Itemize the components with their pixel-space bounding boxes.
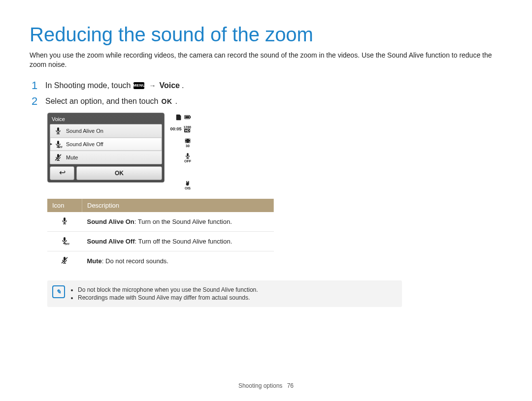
step-number: 1	[32, 80, 42, 91]
option-sound-alive-on[interactable]: Sound Alive On	[50, 124, 162, 138]
row-label: Sound Alive On	[87, 218, 134, 225]
row-desc: : Turn on the Sound Alive function.	[134, 218, 232, 225]
mic-on-icon	[54, 127, 62, 135]
camera-screenshot: Voice Sound Alive On OFF Sound Alive Off…	[47, 113, 502, 190]
rec-time: 00:05	[170, 126, 181, 131]
col-desc-header: Description	[82, 199, 274, 212]
step-1-period: .	[182, 81, 184, 90]
off-sub: OFF	[58, 146, 63, 149]
footer-page-number: 76	[287, 382, 294, 389]
table-row: Mute: Do not record sounds.	[47, 251, 274, 271]
mic-mute-icon	[61, 256, 68, 264]
col-icon-header: Icon	[47, 199, 82, 212]
option-label: Mute	[66, 154, 78, 160]
step-2-text-a: Select an option, and then touch	[45, 97, 159, 106]
off-sub: OFF	[65, 243, 69, 246]
ok-button[interactable]: OK	[76, 166, 162, 180]
table-row: Sound Alive On: Turn on the Sound Alive …	[47, 212, 274, 232]
page-title: Reducing the sound of the zoom	[30, 24, 502, 46]
mic-status-icon	[184, 153, 191, 159]
mic-status-off: OFF	[184, 159, 191, 163]
battery-icon	[184, 114, 191, 121]
step-2: 2 Select an option, and then touch OK.	[32, 96, 502, 107]
note-icon: ✎	[52, 285, 65, 298]
note-bullet: Recordings made with Sound Alive may dif…	[78, 294, 395, 301]
table-row: OFF Sound Alive Off: Turn off the Sound …	[47, 231, 274, 251]
film-icon	[184, 137, 191, 144]
card-icon	[175, 114, 182, 121]
step-2-period: .	[175, 97, 177, 106]
ok-icon: OK	[162, 97, 172, 105]
row-label: Mute	[87, 257, 102, 265]
screen-title: Voice	[50, 115, 162, 124]
icon-description-table: Icon Description Sound Alive On: Turn on…	[47, 199, 274, 271]
fps-label: 30	[186, 144, 190, 148]
step-1: 1 In Shooting mode, touch MENU → Voice.	[32, 80, 502, 91]
step-number: 2	[32, 96, 42, 107]
mic-mute-icon	[54, 154, 62, 161]
back-button[interactable]: ↩	[50, 166, 74, 180]
voice-option-list: Sound Alive On OFF Sound Alive Off Mute	[50, 124, 162, 164]
row-desc: : Do not record sounds.	[102, 257, 168, 265]
menu-icon: MENU	[133, 82, 144, 89]
camera-screen: Voice Sound Alive On OFF Sound Alive Off…	[47, 113, 165, 183]
step-1-text-a: In Shooting mode, touch	[45, 81, 131, 90]
note-bullet: Do not block the microphone when you use…	[78, 286, 395, 293]
status-icon-column: 00:05 1280 HD 30 OFF	[168, 113, 191, 190]
res-bottom: HD	[184, 129, 190, 132]
ois-label: OIS	[185, 186, 191, 190]
arrow-icon: →	[149, 82, 156, 90]
res-top: 1280	[183, 125, 191, 129]
mic-on-icon	[61, 217, 68, 225]
footer-section: Shooting options	[238, 382, 282, 389]
option-mute[interactable]: Mute	[50, 151, 162, 164]
row-label: Sound Alive Off	[87, 238, 135, 245]
page-footer: Shooting options 76	[0, 382, 532, 389]
ois-icon	[184, 180, 191, 186]
intro-paragraph: When you use the zoom while recording vi…	[30, 51, 502, 69]
option-sound-alive-off[interactable]: OFF Sound Alive Off	[50, 138, 162, 151]
note-box: ✎ Do not block the microphone when you u…	[47, 280, 402, 307]
option-label: Sound Alive On	[66, 128, 103, 134]
option-label: Sound Alive Off	[66, 141, 103, 147]
row-desc: : Turn off the Sound Alive function.	[135, 238, 233, 245]
step-1-bold: Voice	[159, 81, 180, 90]
